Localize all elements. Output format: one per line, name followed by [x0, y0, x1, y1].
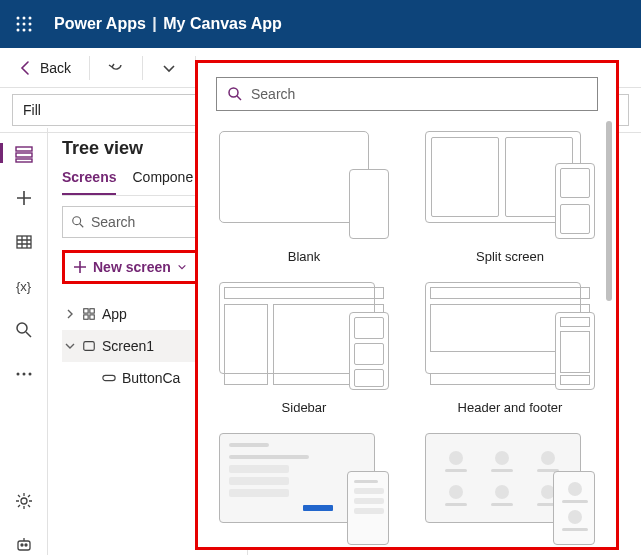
- chevron-down-icon: [161, 60, 177, 76]
- template-header-footer[interactable]: Header and footer: [422, 282, 598, 415]
- svg-rect-19: [18, 541, 30, 550]
- product-name: Power Apps: [54, 15, 146, 32]
- topbar-title: Power Apps | My Canvas App: [54, 15, 282, 33]
- topbar-separator: |: [150, 15, 158, 32]
- template-thumb: [219, 282, 389, 390]
- svg-point-29: [229, 88, 238, 97]
- svg-rect-12: [17, 236, 31, 248]
- template-grid: Blank Split screen Sidebar Header and fo…: [216, 131, 598, 541]
- svg-rect-28: [103, 375, 115, 380]
- search-icon: [227, 86, 243, 102]
- undo-button[interactable]: [100, 54, 132, 82]
- new-screen-label: New screen: [93, 259, 171, 275]
- left-rail: {x}: [0, 128, 48, 555]
- separator: [89, 56, 90, 80]
- tree-view-icon[interactable]: [14, 144, 34, 164]
- template-label: Header and footer: [458, 400, 563, 415]
- separator: [142, 56, 143, 80]
- template-thumb: [425, 131, 595, 239]
- svg-rect-23: [84, 309, 88, 313]
- svg-point-2: [29, 17, 32, 20]
- svg-point-17: [28, 373, 31, 376]
- tab-components[interactable]: Compone: [132, 169, 193, 195]
- svg-point-1: [23, 17, 26, 20]
- svg-rect-27: [84, 342, 95, 351]
- back-label: Back: [40, 60, 71, 76]
- template-thumb: [425, 433, 595, 541]
- popup-search-input[interactable]: Search: [216, 77, 598, 111]
- plus-icon: [73, 260, 87, 274]
- template-label: Split screen: [476, 249, 544, 264]
- tree-search-placeholder: Search: [91, 214, 135, 230]
- svg-point-16: [22, 373, 25, 376]
- insert-icon[interactable]: [14, 188, 34, 208]
- back-button[interactable]: Back: [10, 54, 79, 82]
- svg-point-0: [17, 17, 20, 20]
- svg-point-21: [25, 544, 27, 546]
- variables-icon[interactable]: {x}: [14, 276, 34, 296]
- settings-icon[interactable]: [14, 491, 34, 511]
- template-label: Sidebar: [282, 400, 327, 415]
- scrollbar[interactable]: [606, 121, 612, 301]
- svg-rect-10: [16, 153, 32, 157]
- tab-screens[interactable]: Screens: [62, 169, 116, 195]
- svg-point-15: [16, 373, 19, 376]
- tree-item-label: Screen1: [102, 338, 154, 354]
- undo-dropdown[interactable]: [153, 54, 185, 82]
- svg-rect-24: [90, 309, 94, 313]
- svg-point-14: [17, 323, 27, 333]
- data-icon[interactable]: [14, 232, 34, 252]
- template-preview-a[interactable]: [216, 433, 392, 541]
- svg-point-4: [23, 23, 26, 26]
- svg-rect-25: [84, 315, 88, 319]
- template-preview-b[interactable]: [422, 433, 598, 541]
- svg-rect-9: [16, 147, 32, 151]
- svg-point-7: [23, 29, 26, 32]
- search-icon[interactable]: [14, 320, 34, 340]
- app-name: My Canvas App: [163, 15, 282, 32]
- undo-icon: [108, 60, 124, 76]
- svg-point-22: [73, 217, 81, 225]
- app-launcher-icon[interactable]: [8, 8, 40, 40]
- template-thumb: [219, 131, 389, 239]
- new-screen-popup: Search Blank Split screen Sidebar: [195, 60, 619, 550]
- svg-rect-11: [16, 159, 32, 162]
- top-app-bar: Power Apps | My Canvas App: [0, 0, 641, 48]
- svg-point-18: [21, 498, 27, 504]
- screen-icon: [82, 339, 96, 353]
- tree-item-label: App: [102, 306, 127, 322]
- tree-item-label: ButtonCa: [122, 370, 180, 386]
- app-icon: [82, 307, 96, 321]
- template-split-screen[interactable]: Split screen: [422, 131, 598, 264]
- svg-point-8: [29, 29, 32, 32]
- virtual-agent-icon[interactable]: [14, 535, 34, 555]
- template-blank[interactable]: Blank: [216, 131, 392, 264]
- arrow-left-icon: [18, 60, 34, 76]
- svg-point-3: [17, 23, 20, 26]
- search-icon: [71, 215, 85, 229]
- chevron-down-icon: [177, 262, 187, 272]
- template-thumb: [425, 282, 595, 390]
- svg-text:{x}: {x}: [16, 279, 32, 294]
- popup-search-placeholder: Search: [251, 86, 295, 102]
- chevron-right-icon: [64, 307, 76, 321]
- property-name: Fill: [23, 102, 41, 118]
- template-sidebar[interactable]: Sidebar: [216, 282, 392, 415]
- more-icon[interactable]: [14, 364, 34, 384]
- button-icon: [102, 371, 116, 385]
- chevron-down-icon: [64, 339, 76, 353]
- template-thumb: [219, 433, 389, 541]
- svg-point-20: [21, 544, 23, 546]
- svg-point-6: [17, 29, 20, 32]
- svg-rect-26: [90, 315, 94, 319]
- template-label: Blank: [288, 249, 321, 264]
- svg-point-5: [29, 23, 32, 26]
- new-screen-button[interactable]: New screen: [62, 250, 198, 284]
